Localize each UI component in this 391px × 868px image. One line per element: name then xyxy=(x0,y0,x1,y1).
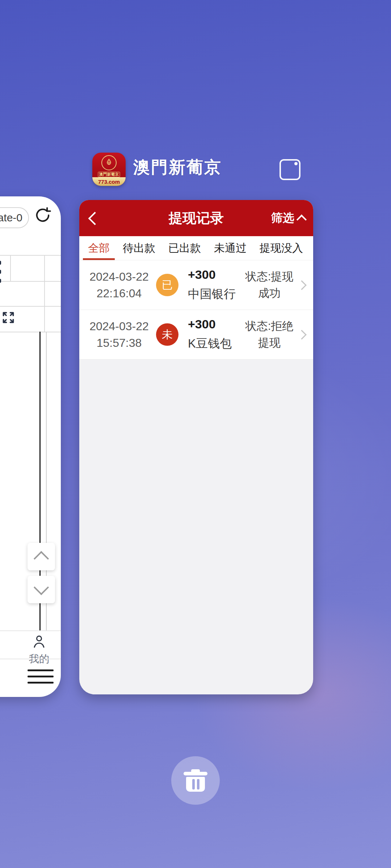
tab-paid-out[interactable]: 已出款 xyxy=(168,236,201,260)
record-amount-channel: +300 K豆钱包 xyxy=(188,317,232,352)
chevron-right-icon xyxy=(297,330,307,340)
withdraw-record-row[interactable]: 2024-03-22 22:16:04 已 +300 中国银行 状态:提现 成功 xyxy=(79,260,313,310)
withdraw-records-card[interactable]: 提现记录 筛选 全部 待出款 已出款 未通过 提现没入 2024-03-22 2… xyxy=(79,200,313,694)
tab-my-profile[interactable]: 我的 xyxy=(25,633,54,666)
table-border xyxy=(0,332,61,332)
person-icon xyxy=(31,633,47,650)
page-title: 提现记录 xyxy=(169,209,224,227)
tab-pending-payout[interactable]: 待出款 xyxy=(123,236,155,260)
app-title[interactable]: 澳門新葡京 xyxy=(133,156,222,179)
trash-icon xyxy=(184,769,207,792)
withdraw-record-row[interactable]: 2024-03-22 15:57:38 未 +300 K豆钱包 状态:拒绝 提现 xyxy=(79,310,313,359)
record-status: 状态:拒绝 提现 xyxy=(243,318,296,352)
app-icon-name-text: 澳門新葡京 xyxy=(98,172,120,177)
app-logo-emblem-icon xyxy=(101,155,117,170)
table-border xyxy=(44,255,45,332)
divider xyxy=(0,630,61,631)
record-amount-channel: +300 中国银行 xyxy=(188,268,236,302)
freeform-window-icon[interactable] xyxy=(279,159,300,180)
record-datetime: 2024-03-22 15:57:38 xyxy=(87,318,151,352)
app-icon[interactable]: 澳門新葡京 773.com xyxy=(92,153,126,186)
clear-all-apps-button[interactable] xyxy=(171,756,220,805)
tab-rejected[interactable]: 未通过 xyxy=(214,236,247,260)
chevron-down-icon xyxy=(34,580,49,595)
refresh-icon[interactable] xyxy=(33,206,52,225)
record-status: 状态:提现 成功 xyxy=(243,268,296,302)
record-channel: K豆钱包 xyxy=(188,336,232,352)
record-datetime: 2024-03-22 22:16:04 xyxy=(87,268,151,302)
tab-withdraw-forfeit[interactable]: 提现没入 xyxy=(260,236,303,260)
record-amount: +300 xyxy=(188,268,236,282)
withdraw-header: 提现记录 筛选 xyxy=(79,200,313,236)
chevron-right-icon xyxy=(297,280,307,290)
table-border xyxy=(10,255,11,281)
status-badge: 未 xyxy=(156,323,178,346)
tab-all[interactable]: 全部 xyxy=(88,236,110,260)
divider xyxy=(0,659,61,659)
app-switcher-header: 澳門新葡京 773.com 澳門新葡京 xyxy=(0,151,391,191)
scroll-down-button[interactable] xyxy=(28,576,55,603)
menu-hamburger-icon[interactable] xyxy=(28,669,54,688)
table-border xyxy=(0,306,61,307)
filter-label: 筛选 xyxy=(271,210,294,226)
status-badge: 已 xyxy=(156,274,178,296)
back-arrow-icon[interactable] xyxy=(88,212,102,225)
list-bullets-icon xyxy=(0,261,1,288)
scroll-up-button[interactable] xyxy=(28,543,55,570)
record-channel: 中国银行 xyxy=(188,286,236,302)
chevron-up-icon xyxy=(34,551,49,566)
table-border xyxy=(0,281,61,282)
chevron-up-icon xyxy=(297,214,307,225)
browser-tab-chip[interactable]: eate-0 xyxy=(0,207,29,228)
fullscreen-expand-icon[interactable] xyxy=(1,311,15,324)
app-icon-domain-text: 773.com xyxy=(92,177,126,186)
status-tabs: 全部 待出款 已出款 未通过 提现没入 xyxy=(79,236,313,260)
browser-tab-chip-label: eate-0 xyxy=(0,212,22,224)
record-amount: +300 xyxy=(188,317,232,331)
filter-button[interactable]: 筛选 xyxy=(271,200,305,236)
left-app-card[interactable]: eate-0 我的 xyxy=(0,196,61,697)
table-border xyxy=(0,255,61,256)
